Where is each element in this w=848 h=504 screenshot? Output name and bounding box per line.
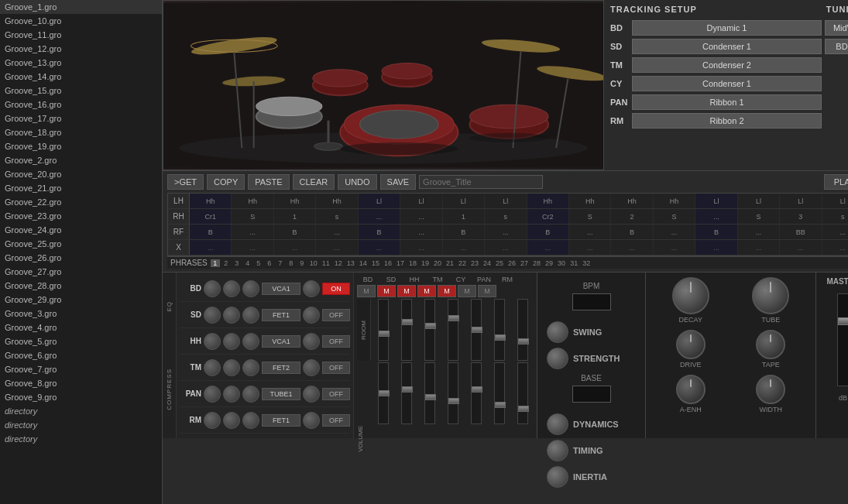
fader-thumb-upper[interactable] bbox=[402, 319, 413, 325]
seq-cell[interactable]: Ll bbox=[738, 194, 780, 208]
list-item[interactable]: Groove_6.gro bbox=[0, 348, 162, 362]
seq-cell[interactable]: Hh bbox=[316, 194, 358, 208]
strength-knob[interactable] bbox=[547, 348, 568, 369]
ch-knob-4[interactable] bbox=[303, 359, 320, 376]
fader-track-upper[interactable] bbox=[378, 299, 389, 361]
seq-cell[interactable]: S bbox=[232, 209, 273, 224]
ch-knob-3[interactable] bbox=[242, 280, 259, 297]
fader-track-lower[interactable] bbox=[471, 362, 482, 424]
tracking-setup-btn[interactable]: Dynamic 1 bbox=[632, 20, 822, 36]
aenh-knob[interactable] bbox=[676, 375, 706, 404]
fader-track-lower[interactable] bbox=[424, 362, 435, 424]
seq-cell[interactable]: ... bbox=[400, 225, 442, 239]
seq-cell[interactable]: ... bbox=[232, 240, 273, 255]
seq-cell[interactable]: ... bbox=[654, 225, 695, 239]
mute-btn-cy[interactable]: M bbox=[438, 285, 456, 297]
phrase-number[interactable]: 4 bbox=[243, 259, 252, 267]
list-item[interactable]: Groove_26.gro bbox=[0, 251, 162, 265]
fader-thumb-lower[interactable] bbox=[448, 398, 459, 404]
phrase-number[interactable]: 22 bbox=[457, 259, 468, 267]
list-item[interactable]: Groove_17.gro bbox=[0, 111, 162, 125]
groove-title-input[interactable] bbox=[419, 175, 543, 189]
tracking-setup-btn[interactable]: Ribbon 1 bbox=[632, 94, 822, 110]
seq-cell[interactable]: Ll bbox=[485, 194, 527, 208]
fader-thumb-lower[interactable] bbox=[402, 386, 413, 393]
seq-cell[interactable]: ... bbox=[359, 209, 400, 224]
fader-track-upper[interactable] bbox=[471, 299, 482, 361]
phrase-number[interactable]: 9 bbox=[297, 259, 307, 267]
phrase-number[interactable]: 21 bbox=[445, 259, 455, 267]
fader-thumb-lower[interactable] bbox=[495, 402, 506, 408]
seq-cell[interactable]: ... bbox=[695, 240, 737, 255]
ch-knob-2[interactable] bbox=[223, 412, 240, 429]
play-button[interactable]: PLAY bbox=[824, 174, 848, 190]
phrase-number[interactable]: 30 bbox=[556, 259, 567, 267]
phrase-number[interactable]: 6 bbox=[265, 259, 274, 267]
seq-cell[interactable]: Ll bbox=[443, 194, 485, 208]
tracking-setup-btn[interactable]: Condenser 1 bbox=[632, 76, 822, 91]
on-off-btn[interactable]: ON bbox=[322, 283, 350, 295]
seq-cell[interactable]: ... bbox=[738, 225, 780, 239]
ch-knob-2[interactable] bbox=[223, 386, 240, 403]
width-knob[interactable] bbox=[756, 375, 785, 404]
ch-knob-4[interactable] bbox=[303, 333, 320, 350]
phrase-number[interactable]: 31 bbox=[568, 259, 579, 267]
fader-track-upper[interactable] bbox=[494, 299, 505, 361]
phrase-number[interactable]: 14 bbox=[358, 259, 369, 267]
seq-cell[interactable]: s bbox=[822, 209, 848, 224]
list-item[interactable]: Groove_22.gro bbox=[0, 195, 162, 209]
seq-cell[interactable]: ... bbox=[569, 240, 611, 255]
tuning-btn[interactable]: MidW bbox=[825, 20, 848, 36]
seq-cell[interactable]: ... bbox=[400, 209, 442, 224]
seq-cell[interactable]: Hh bbox=[190, 194, 232, 208]
seq-cell[interactable]: 3 bbox=[780, 209, 822, 224]
seq-cell[interactable]: Ll bbox=[359, 194, 400, 208]
seq-cell[interactable]: ... bbox=[274, 240, 316, 255]
seq-cell[interactable]: ... bbox=[611, 240, 653, 255]
seq-cell[interactable]: s bbox=[316, 209, 358, 224]
seq-cell[interactable]: ... bbox=[232, 225, 273, 239]
list-item[interactable]: Groove_10.gro bbox=[0, 14, 162, 28]
seq-cell[interactable]: Ll bbox=[780, 194, 822, 208]
phrase-number[interactable]: 10 bbox=[308, 259, 319, 267]
fader-thumb-lower[interactable] bbox=[425, 394, 436, 400]
ch-knob-3[interactable] bbox=[242, 359, 259, 376]
phrase-number[interactable]: 8 bbox=[287, 259, 296, 267]
plugin-btn[interactable]: FET1 bbox=[262, 309, 300, 321]
fader-track-upper[interactable] bbox=[517, 299, 528, 361]
list-item[interactable]: Groove_12.gro bbox=[0, 42, 162, 56]
ch-knob-1[interactable] bbox=[204, 412, 221, 429]
copy-button[interactable]: COPY bbox=[207, 174, 245, 190]
tape-knob[interactable] bbox=[756, 330, 785, 359]
list-item[interactable]: Groove_7.gro bbox=[0, 362, 162, 376]
ch-knob-3[interactable] bbox=[242, 333, 259, 350]
seq-cell[interactable]: Cr1 bbox=[190, 209, 232, 224]
ch-knob-2[interactable] bbox=[223, 359, 240, 376]
phrase-number[interactable]: 11 bbox=[321, 259, 331, 267]
fader-thumb-upper[interactable] bbox=[472, 327, 482, 333]
phrase-number[interactable]: 25 bbox=[494, 259, 505, 267]
fader-thumb-lower[interactable] bbox=[518, 406, 529, 412]
fader-track-upper[interactable] bbox=[448, 299, 458, 361]
swing-knob[interactable] bbox=[547, 321, 568, 343]
seq-cell[interactable]: B bbox=[190, 225, 232, 239]
list-item[interactable]: directory bbox=[0, 432, 162, 446]
seq-cell[interactable]: 1 bbox=[274, 209, 316, 224]
base-input[interactable]: 4 bbox=[572, 386, 611, 403]
mute-btn-rm[interactable]: M bbox=[478, 285, 496, 297]
ch-knob-2[interactable] bbox=[223, 280, 240, 297]
ch-knob-1[interactable] bbox=[204, 386, 221, 403]
fader-track-lower[interactable] bbox=[448, 362, 458, 424]
list-item[interactable]: Groove_21.gro bbox=[0, 181, 162, 195]
list-item[interactable]: Groove_11.gro bbox=[0, 28, 162, 42]
plugin-btn[interactable]: VCA1 bbox=[262, 335, 300, 348]
clear-button[interactable]: CLEAR bbox=[293, 174, 335, 190]
list-item[interactable]: Groove_25.gro bbox=[0, 237, 162, 251]
seq-cell[interactable]: ... bbox=[569, 225, 611, 239]
phrase-number[interactable]: 19 bbox=[420, 259, 431, 267]
fader-track-upper[interactable] bbox=[401, 299, 412, 361]
seq-cell[interactable]: Ll bbox=[822, 194, 848, 208]
list-item[interactable]: Groove_14.gro bbox=[0, 70, 162, 84]
phrase-number[interactable]: 24 bbox=[482, 259, 493, 267]
list-item[interactable]: Groove_23.gro bbox=[0, 209, 162, 223]
